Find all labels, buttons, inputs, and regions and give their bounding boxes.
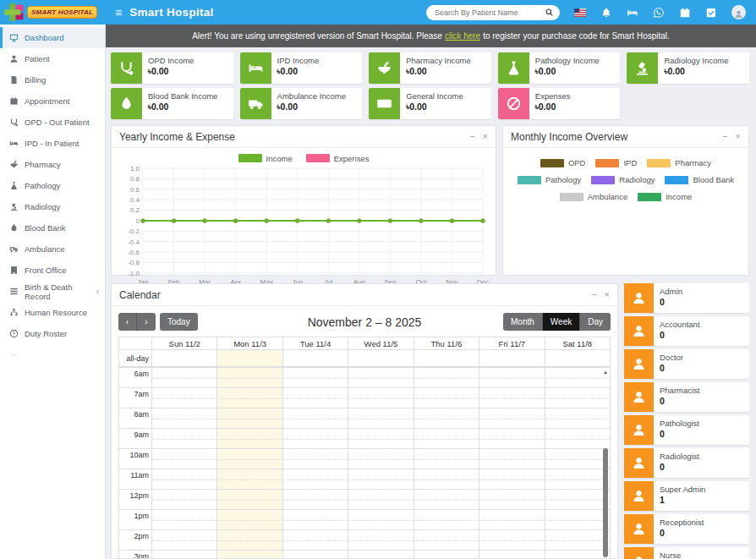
user-avatar[interactable] <box>731 5 746 19</box>
minimize-icon[interactable]: − <box>469 132 474 141</box>
calendar-slot-cell[interactable] <box>414 469 479 489</box>
calendar-slot-cell[interactable] <box>414 530 479 550</box>
sidebar-item-ambulance[interactable]: Ambulance <box>0 238 105 260</box>
calendar-slot-cell[interactable] <box>282 469 348 489</box>
sidebar-item-radiology[interactable]: Radiology <box>0 196 105 217</box>
bed-icon[interactable] <box>627 7 638 19</box>
calendar-slot-cell[interactable] <box>282 388 348 408</box>
close-icon[interactable]: × <box>736 132 741 141</box>
calendar-slot-cell[interactable] <box>151 530 216 550</box>
calendar-slot-cell[interactable] <box>545 388 610 408</box>
minimize-icon[interactable]: − <box>722 132 727 141</box>
whatsapp-icon[interactable] <box>653 7 665 19</box>
minimize-icon[interactable]: − <box>591 290 596 299</box>
scrollbar-thumb[interactable] <box>603 448 608 558</box>
calendar-slot-cell[interactable] <box>282 551 348 558</box>
click-here-link[interactable]: click here <box>445 31 480 41</box>
calendar-slot-cell[interactable] <box>545 469 610 489</box>
calendar-slot-cell[interactable] <box>151 429 216 448</box>
calendar-view-week-button[interactable]: Week <box>543 313 580 331</box>
sidebar-item-dashboard[interactable]: Dashboard <box>0 27 105 48</box>
tasks-check-icon[interactable] <box>705 7 717 19</box>
calendar-slot-cell[interactable] <box>545 408 610 428</box>
calendar-slot-cell[interactable] <box>348 551 413 558</box>
calendar-slot-cell[interactable] <box>282 510 348 529</box>
calendar-slot-cell[interactable] <box>216 368 282 387</box>
calendar-slot-cell[interactable] <box>545 551 610 558</box>
sidebar-item-pharmacy[interactable]: Pharmacy <box>0 154 105 175</box>
hamburger-menu-icon[interactable]: ≡ <box>115 7 122 19</box>
close-icon[interactable]: × <box>483 132 488 141</box>
sidebar-item-pathology[interactable]: Pathology <box>0 175 105 196</box>
allday-cell[interactable] <box>282 350 348 366</box>
calendar-slot-cell[interactable] <box>216 408 282 428</box>
calendar-slot-cell[interactable] <box>282 530 348 550</box>
allday-cell[interactable] <box>479 350 544 366</box>
sidebar-item-ipd[interactable]: IPD - In Patient <box>0 133 105 154</box>
calendar-slot-cell[interactable] <box>348 510 413 529</box>
bell-icon[interactable] <box>600 7 612 19</box>
calendar-slot-cell[interactable] <box>479 408 544 428</box>
calendar-slot-cell[interactable] <box>151 368 216 387</box>
calendar-slot-cell[interactable] <box>414 490 479 509</box>
calendar-prev-button[interactable]: ‹ <box>118 313 137 331</box>
calendar-slot-cell[interactable] <box>151 388 216 408</box>
calendar-slot-cell[interactable] <box>282 429 348 448</box>
calendar-slot-cell[interactable] <box>282 368 348 387</box>
sidebar-item-patient[interactable]: Patient <box>0 48 105 69</box>
calendar-slot-cell[interactable] <box>216 551 282 558</box>
brand-logo[interactable]: SMART HOSPITAL <box>0 0 106 25</box>
calendar-scrollbar[interactable]: ▲ <box>602 368 610 558</box>
calendar-slot-cell[interactable] <box>545 449 610 469</box>
calendar-slot-cell[interactable] <box>479 388 544 408</box>
allday-cell[interactable] <box>216 350 282 366</box>
calendar-slot-cell[interactable] <box>479 449 544 469</box>
sidebar-item-billing[interactable]: Billing <box>0 69 105 90</box>
calendar-slot-cell[interactable] <box>414 388 479 408</box>
calendar-slot-cell[interactable] <box>545 368 610 387</box>
sidebar-item-partial[interactable] <box>0 344 105 365</box>
calendar-slot-cell[interactable] <box>414 368 479 387</box>
allday-cell[interactable] <box>545 350 610 366</box>
calendar-slot-cell[interactable] <box>479 429 544 448</box>
calendar-slot-cell[interactable] <box>151 490 216 509</box>
sidebar-item-human-resource[interactable]: Human Resource <box>0 302 105 323</box>
allday-cell[interactable] <box>414 350 479 366</box>
calendar-view-day-button[interactable]: Day <box>580 313 611 331</box>
calendar-slot-cell[interactable] <box>282 408 348 428</box>
sidebar-item-blood-bank[interactable]: Blood Bank <box>0 217 105 238</box>
calendar-slot-cell[interactable] <box>151 551 216 558</box>
calendar-slot-cell[interactable] <box>216 469 282 489</box>
calendar-slot-cell[interactable] <box>348 388 413 408</box>
us-flag-icon[interactable] <box>574 7 586 19</box>
calendar-slot-cell[interactable] <box>545 510 610 529</box>
allday-cell[interactable] <box>151 350 216 366</box>
calendar-slot-cell[interactable] <box>216 429 282 448</box>
scroll-up-arrow-icon[interactable]: ▲ <box>603 370 608 375</box>
sidebar-item-birth-death-record[interactable]: Birth & Death Record‹ <box>0 281 105 302</box>
calendar-slot-cell[interactable] <box>479 530 544 550</box>
calendar-slot-cell[interactable] <box>216 388 282 408</box>
search-icon[interactable] <box>545 8 554 17</box>
calendar-slot-cell[interactable] <box>479 469 544 489</box>
calendar-slot-cell[interactable] <box>545 490 610 509</box>
calendar-slot-cell[interactable] <box>216 510 282 529</box>
calendar-slot-cell[interactable] <box>348 490 413 509</box>
calendar-slot-cell[interactable] <box>151 449 216 469</box>
calendar-slot-cell[interactable] <box>414 408 479 428</box>
calendar-slot-cell[interactable] <box>348 530 413 550</box>
calendar-slot-cell[interactable] <box>151 469 216 489</box>
search-input[interactable] <box>435 8 545 17</box>
calendar-slot-cell[interactable] <box>414 429 479 448</box>
calendar-slot-cell[interactable] <box>479 490 544 509</box>
calendar-slot-cell[interactable] <box>348 449 413 469</box>
calendar-slot-cell[interactable] <box>545 530 610 550</box>
calendar-slot-cell[interactable] <box>216 449 282 469</box>
calendar-slot-cell[interactable] <box>479 510 544 529</box>
calendar-slot-cell[interactable] <box>348 368 413 387</box>
calendar-slot-cell[interactable] <box>216 530 282 550</box>
close-icon[interactable]: × <box>605 290 610 299</box>
calendar-slot-cell[interactable] <box>414 449 479 469</box>
calendar-slot-cell[interactable] <box>545 429 610 448</box>
calendar-slot-cell[interactable] <box>414 510 479 529</box>
